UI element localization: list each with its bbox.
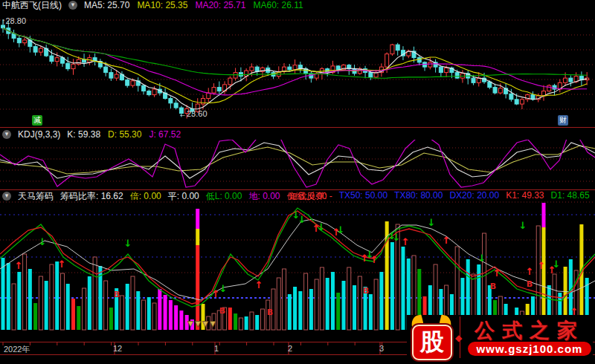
axis-label: 3: [379, 344, 384, 353]
kdj-value: D: 55.30: [108, 129, 141, 140]
bull-stock-icon: 股: [407, 316, 454, 359]
chevron-down-icon[interactable]: ▾: [68, 1, 77, 10]
chip-value: 短线反弹: -: [289, 190, 332, 203]
axis-label: 2022年: [4, 344, 30, 355]
svg-text:↑: ↑: [538, 260, 546, 271]
svg-text:↑: ↑: [15, 260, 23, 271]
chip-value: K1: 49.33: [506, 190, 544, 203]
svg-text:B: B: [527, 279, 533, 289]
ma-values: MA5: 25.70MA10: 25.35MA20: 25.71MA60: 26…: [84, 0, 303, 10]
svg-text:B: B: [363, 286, 369, 296]
chip-values-right: 短线反弹: -TX50: 50.00TX80: 80.00DX20: 20.00…: [289, 190, 595, 203]
logo-character: 股: [412, 325, 452, 359]
kdj-title: KDJ(9,3,3): [18, 129, 60, 140]
chevron-down-icon[interactable]: ▾: [2, 130, 11, 139]
svg-text:↓: ↓: [393, 232, 401, 243]
axis-label: 1: [214, 344, 219, 353]
panel-separator: [0, 127, 595, 128]
low-price-label: ←23.60: [178, 109, 208, 118]
svg-text:↓: ↓: [219, 283, 228, 294]
chart-canvas[interactable]: ↑↑↑↑↑↑↑↑↑↑↑↑↑↑↑↓↓↓↓↓↓↓↓↓↓↓↓↓↓▼▼▼▼BBBBBB: [0, 0, 595, 364]
kdj-value: J: 67.52: [149, 129, 181, 140]
chip-value: 倍: 0.00: [130, 190, 161, 203]
kdj-value: K: 59.38: [67, 129, 100, 140]
svg-text:↑: ↑: [493, 267, 501, 279]
ma-value: MA60: 26.11: [253, 0, 303, 10]
chevron-down-icon[interactable]: ▾: [2, 192, 11, 201]
kdj-header: ▾ KDJ(9,3,3) K: 59.38D: 55.30J: 67.52: [0, 129, 595, 140]
high-price-label: ↑28.80: [1, 16, 26, 25]
svg-text:B: B: [114, 290, 120, 299]
svg-text:B: B: [490, 282, 496, 291]
svg-text:↑: ↑: [402, 236, 410, 247]
svg-text:↑: ↑: [58, 259, 66, 270]
svg-text:▼: ▼: [210, 319, 216, 328]
ma-value: MA5: 25.70: [84, 0, 129, 10]
chip-bars: [1, 203, 589, 330]
svg-text:↓: ↓: [366, 249, 374, 260]
chip-value: TX50: 50.00: [339, 190, 387, 203]
axis-label: 2: [288, 344, 292, 353]
chip-value: D1: 48.65: [551, 190, 590, 203]
svg-text:▼: ▼: [195, 319, 201, 328]
reduce-holding-badge[interactable]: 减: [32, 115, 42, 126]
chip-indicator-header: ▾ 天马筹码 筹码比率: 16.62倍: 0.00平: 0.00低L: 0.00…: [0, 191, 595, 201]
svg-text:↓: ↓: [39, 236, 47, 247]
svg-text:↑: ↑: [443, 235, 451, 246]
axis-label: 12: [113, 344, 122, 353]
gszj-logo: 股 ◆ 公式之家 www.gszj100.com: [407, 315, 593, 360]
chip-value: TX80: 80.00: [394, 190, 443, 203]
chip-value: 地: 0.00: [248, 190, 280, 203]
ma-value: MA20: 25.71: [195, 0, 245, 10]
svg-text:↓: ↓: [337, 224, 345, 235]
logo-site-url: www.gszj100.com: [468, 342, 592, 356]
chip-values-left: 筹码比率: 16.62倍: 0.00平: 0.00低L: 0.00地: 0.00…: [60, 190, 327, 203]
chip-value: 平: 0.00: [168, 190, 199, 203]
svg-text:B: B: [219, 306, 225, 316]
chip-title: 天马筹码: [18, 190, 54, 203]
svg-text:↓: ↓: [298, 214, 306, 225]
svg-text:↓: ↓: [519, 220, 527, 231]
svg-text:↓: ↓: [428, 217, 436, 228]
ma-value: MA10: 25.35: [137, 0, 187, 10]
chip-value: 低L: 0.00: [206, 190, 242, 203]
svg-text:↓: ↓: [478, 253, 486, 264]
kdj-values: K: 59.38D: 55.30J: 67.52: [67, 129, 181, 140]
financial-report-badge[interactable]: 财: [558, 115, 568, 126]
svg-text:↑: ↑: [255, 279, 263, 290]
main-chart-header: 中航西飞(日线) ▾ MA5: 25.70MA10: 25.35MA20: 25…: [0, 0, 595, 10]
chip-value: 筹码比率: 16.62: [60, 190, 123, 203]
stock-app-window: ↑↑↑↑↑↑↑↑↑↑↑↑↑↑↑↓↓↓↓↓↓↓↓↓↓↓↓↓↓▼▼▼▼BBBBBB …: [0, 0, 595, 364]
svg-text:B: B: [267, 308, 273, 317]
svg-text:↓: ↓: [124, 238, 132, 249]
diamond-divider-icon: ◆: [454, 316, 466, 358]
svg-text:▼: ▼: [187, 319, 193, 328]
svg-text:↓: ↓: [318, 221, 326, 233]
chip-value: DX20: 20.00: [449, 190, 499, 203]
svg-text:↓: ↓: [553, 259, 561, 270]
svg-text:↑: ↑: [526, 266, 534, 277]
candlestick-layer: [1, 19, 589, 118]
svg-text:▼: ▼: [202, 319, 208, 328]
stock-title: 中航西飞(日线): [2, 0, 62, 12]
logo-site-name: 公式之家: [475, 319, 585, 342]
